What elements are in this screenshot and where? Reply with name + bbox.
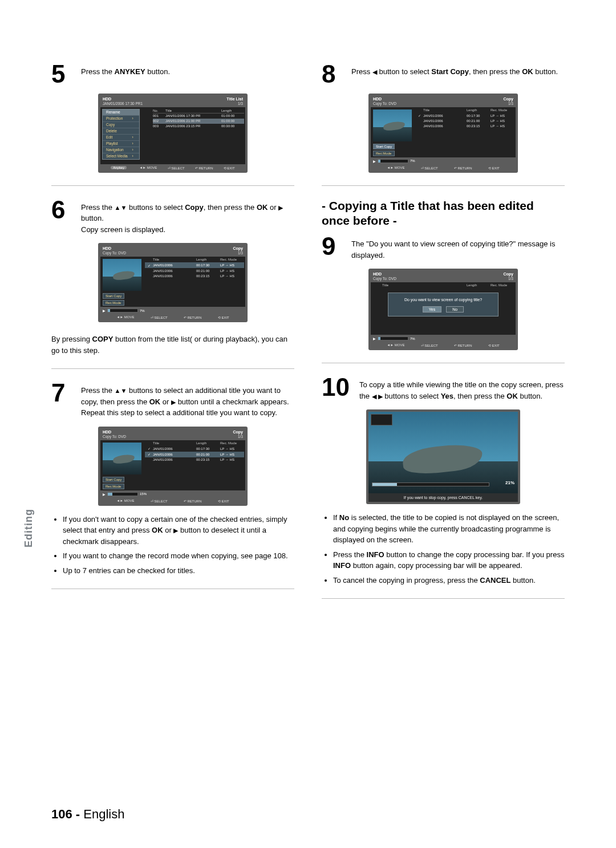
step-10: 10 To copy a title while viewing the tit…	[322, 376, 565, 401]
step-7: 7 Press the ▲▼ buttons to select an addi…	[51, 382, 294, 419]
section-heading: - Copying a Title that has been edited o…	[322, 198, 565, 229]
left-arrow-icon: ◀	[372, 69, 377, 75]
copy-rows: TitleLengthRec. Mode ✓JAN/01/200600:17:3…	[144, 257, 245, 307]
step-text: The "Do you want to view screen of copyi…	[351, 235, 565, 261]
start-copy-button[interactable]: Start Copy	[373, 144, 395, 149]
page: Editing 5 Press the ANYKEY button. HDD T…	[0, 0, 616, 848]
page-footer: 106 - English	[51, 807, 124, 822]
title-list-menu[interactable]: Rename Protection› Copy Delete Edit› Pla…	[102, 109, 140, 160]
play-right-icon: ▶	[278, 205, 283, 211]
step-number: 7	[51, 382, 75, 404]
rec-mode-button[interactable]: Rec.Mode	[103, 484, 124, 489]
up-down-icon: ▲▼	[115, 388, 127, 394]
step10-bullets: If No is selected, the title to be copie…	[322, 512, 565, 586]
preview-thumbnail	[103, 443, 141, 474]
step-number: 8	[322, 63, 346, 86]
step-number: 10	[322, 376, 354, 399]
footer-hints: Anykey ◄► MOVE ⏎ SELECT ↶ RETURN ⟲ EXIT	[100, 164, 245, 171]
screenshot-start-copy: HDDCopy Copy To: DVD1/3 TitleLengthRec. …	[368, 94, 518, 173]
rec-mode-button[interactable]: Rec.Mode	[103, 300, 124, 306]
separator	[322, 363, 565, 363]
left-column: 5 Press the ANYKEY button. HDD Title Lis…	[51, 63, 294, 611]
title-list-rows: No. Title Length 001JAN/01/2006 17:30 PR…	[153, 108, 244, 129]
playback-percent: 21%	[505, 480, 514, 485]
screenshot-playback: 21% If you want to stop copy, press CANC…	[366, 409, 520, 504]
screenshot-copy-7pct: HDDCopy Copy To: DVD1/3 TitleLengthRec. …	[98, 243, 248, 322]
separator	[322, 598, 565, 599]
start-copy-button[interactable]: Start Copy	[103, 477, 124, 482]
screenshot-dialog: HDDCopy Copy To: DVD1/3 TitleLengthRec. …	[368, 269, 518, 350]
step-9: 9 The "Do you want to view screen of cop…	[322, 235, 565, 261]
step-text: Press the ANYKEY button.	[81, 63, 170, 78]
step7-bullets: If you don't want to copy a certain one …	[51, 514, 294, 577]
title-list-label: Title List	[226, 97, 243, 101]
playback-message: If you want to stop copy, press CANCEL k…	[368, 493, 518, 502]
two-columns: 5 Press the ANYKEY button. HDD Title Lis…	[51, 63, 565, 611]
no-button[interactable]: No	[446, 306, 464, 313]
separator	[51, 368, 294, 369]
separator	[322, 185, 565, 186]
start-copy-button[interactable]: Start Copy	[103, 293, 124, 299]
hdd-label: HDD	[103, 97, 111, 101]
dialog-message: Do you want to view screen of copying ti…	[392, 298, 495, 302]
copy-progress: ▶ 7%	[100, 307, 245, 314]
screenshot-title-list: HDD Title List JAN/01/2006 17:30 PR1 1/3…	[98, 94, 248, 173]
up-down-icon: ▲▼	[115, 205, 127, 211]
right-column: 8 Press ◀ button to select Start Copy, t…	[322, 63, 565, 611]
confirm-dialog: Do you want to view screen of copying ti…	[388, 293, 499, 317]
page-counter: 1/3	[238, 102, 243, 106]
playback-progress	[372, 482, 489, 486]
step-number: 6	[51, 198, 75, 221]
side-tab: Editing	[23, 509, 35, 547]
yes-button[interactable]: Yes	[423, 306, 441, 313]
step-text: Press ◀ button to select Start Copy, the…	[351, 63, 558, 78]
separator	[51, 589, 294, 589]
preview-thumbnail	[373, 109, 412, 141]
step-number: 9	[322, 235, 346, 258]
step6-note: By pressing COPY button from the title l…	[51, 330, 294, 356]
anykey-badge: Anykey	[111, 166, 127, 169]
screenshot-copy-15pct: HDDCopy Copy To: DVD1/3 TitleLengthRec. …	[98, 427, 248, 506]
step-6: 6 Press the ▲▼ buttons to select Copy, t…	[51, 198, 294, 236]
play-right-icon: ▶	[171, 399, 176, 405]
title-list-subline: JAN/01/2006 17:30 PR1	[103, 102, 143, 106]
step-text: To copy a title while viewing the title …	[359, 376, 565, 401]
step-text: Press the ▲▼ buttons to select an additi…	[81, 382, 294, 419]
step-8: 8 Press ◀ button to select Start Copy, t…	[322, 63, 565, 86]
step-5: 5 Press the ANYKEY button.	[51, 63, 294, 86]
step-number: 5	[51, 63, 75, 86]
separator	[51, 185, 294, 186]
preview-thumbnail	[103, 259, 141, 291]
playback-indicator	[371, 414, 392, 425]
rec-mode-button[interactable]: Rec.Mode	[373, 151, 395, 156]
step-text: Press the ▲▼ buttons to select Copy, the…	[81, 198, 294, 236]
left-right-icon: ◀ ▶	[372, 393, 383, 400]
